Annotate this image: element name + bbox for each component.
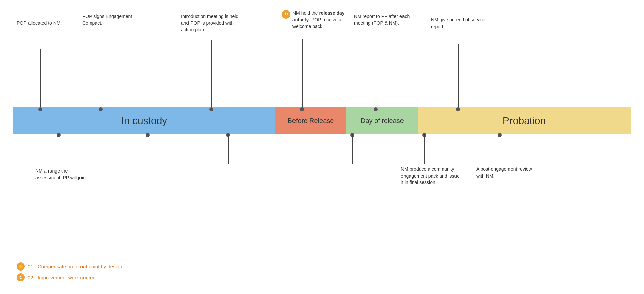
breakout-legend-icon: ⚡ — [17, 262, 25, 271]
dot-t1-top — [38, 107, 42, 111]
annotation-b5-text: NM produce a community engagement pack a… — [401, 166, 460, 185]
dot-t6-top — [456, 107, 460, 111]
dot-t5-top — [374, 107, 378, 111]
dot-t3-top — [209, 107, 213, 111]
legend-label-1: 01 - Compensate breakout point by design — [28, 264, 122, 270]
band-probation: Probation — [418, 107, 631, 134]
vline-t3 — [211, 40, 212, 109]
vline-b1 — [59, 134, 59, 164]
annotation-t6-text: NM give an end of service report. — [431, 17, 485, 29]
annotation-b1-text: NM arrange the assessment, PP will join. — [35, 168, 87, 180]
custody-label: In custody — [121, 115, 167, 127]
vline-t4 — [302, 39, 303, 109]
vline-t5 — [376, 40, 376, 109]
legend-item-2: ↻ 02 - Improvement work content — [17, 273, 122, 281]
annotation-b5: NM produce a community engagement pack a… — [401, 166, 463, 186]
annotation-t2-text: POP signs Engagement Compact. — [82, 14, 132, 26]
annotation-b6-text: A post-engagement review with NM. — [476, 166, 532, 179]
annotation-b1: NM arrange the assessment, PP will join. — [35, 168, 91, 181]
vline-b2 — [148, 134, 148, 164]
legend-label-2: 02 - Improvement work content — [28, 275, 97, 280]
improvement-legend-icon: ↻ — [17, 273, 25, 281]
annotation-b6: A post-engagement review with NM. — [476, 166, 537, 179]
annotation-t6: NM give an end of service report. — [431, 17, 493, 30]
timeline-area: In custody Before Release Day of release… — [13, 107, 631, 134]
annotation-t4: ↻ NM hold the release day activity. POP … — [282, 10, 352, 30]
dot-t2-top — [99, 107, 103, 111]
band-before-release: Before Release — [275, 107, 346, 134]
day-release-label: Day of release — [361, 117, 404, 125]
annotation-t3: Introduction meeting is held and POP is … — [181, 13, 247, 33]
legend: ⚡ 01 - Compensate breakout point by desi… — [17, 262, 122, 284]
vline-t6 — [458, 44, 459, 109]
annotation-t5: NM report to PP after each meeting (POP … — [354, 13, 421, 27]
vline-b3 — [228, 134, 229, 164]
annotation-t1-text: POP allocated to NM. — [17, 20, 62, 26]
probation-label: Probation — [503, 115, 546, 127]
annotation-t1: POP allocated to NM. — [17, 20, 70, 27]
vline-t1 — [40, 49, 41, 109]
band-day-release: Day of release — [346, 107, 418, 134]
vline-t2 — [101, 40, 101, 109]
before-release-label: Before Release — [288, 117, 334, 125]
band-custody: In custody — [13, 107, 275, 134]
dot-t4-top — [300, 107, 304, 111]
legend-item-1: ⚡ 01 - Compensate breakout point by desi… — [17, 262, 122, 271]
vline-b4 — [352, 134, 353, 164]
annotation-t5-text: NM report to PP after each meeting (POP … — [354, 14, 410, 26]
improvement-icon-t4: ↻ — [282, 10, 290, 19]
vline-b6 — [500, 134, 500, 164]
vline-b5 — [424, 134, 425, 164]
annotation-t3-text: Introduction meeting is held and POP is … — [181, 14, 238, 32]
diagram-container: In custody Before Release Day of release… — [0, 0, 644, 294]
annotation-t4-pre: NM hold the — [292, 10, 319, 16]
annotation-t2: POP signs Engagement Compact. — [82, 13, 138, 27]
